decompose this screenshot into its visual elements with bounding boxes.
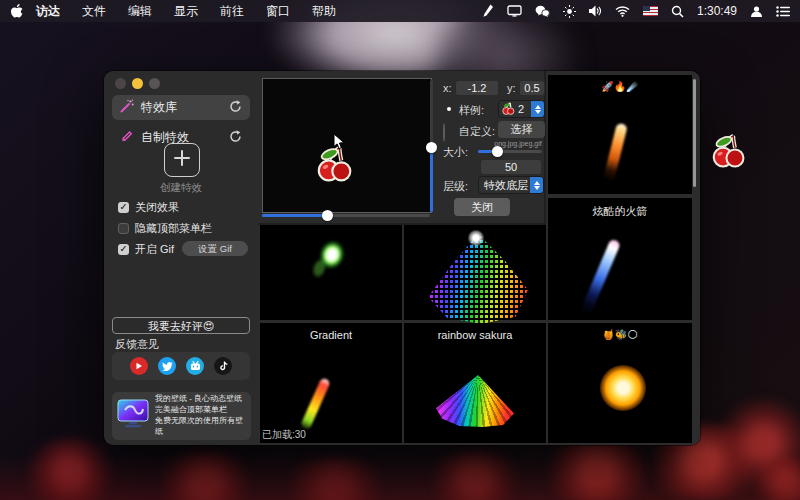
effect-preview-gradient-comet bbox=[300, 377, 331, 430]
social-links bbox=[112, 352, 250, 380]
brightness-icon[interactable] bbox=[563, 5, 576, 18]
tiktok-icon[interactable] bbox=[214, 357, 232, 375]
loaded-count-status: 已加载:30 bbox=[262, 428, 306, 442]
volume-icon[interactable] bbox=[589, 5, 602, 17]
ad-line-1: 我的壁纸 - 良心动态壁纸 bbox=[155, 394, 247, 405]
app-window: 特效库 自制特效 创建特效 关闭效果 隐藏顶部菜单栏 bbox=[104, 71, 700, 445]
menu-finder[interactable]: 访达 bbox=[23, 0, 71, 22]
bilibili-icon[interactable] bbox=[186, 357, 204, 375]
y-label: y: bbox=[507, 82, 516, 94]
refresh-icon[interactable] bbox=[229, 130, 242, 146]
rate-app-button[interactable]: 我要去好评😍 bbox=[112, 317, 250, 334]
menu-bar: 访达 文件 编辑 显示 前往 窗口 帮助 1:30:49 bbox=[0, 0, 800, 22]
effect-title: 🍯🐝🌕 bbox=[548, 329, 692, 340]
menu-edit[interactable]: 编辑 bbox=[117, 0, 163, 22]
gif-settings-button[interactable]: 设置 Gif bbox=[182, 241, 248, 256]
zoom-window-button[interactable] bbox=[149, 78, 160, 89]
desktop-cherry-sprite bbox=[712, 133, 746, 175]
close-effect-button[interactable]: 关闭 bbox=[454, 198, 510, 216]
effect-cell-cool-rocket[interactable]: 炫酷的火箭 bbox=[548, 198, 692, 320]
wallpaper-ad-banner[interactable]: 我的壁纸 - 良心动态壁纸 完美融合顶部菜单栏 免费无限次的使用所有壁纸 bbox=[112, 392, 251, 440]
layer-select[interactable]: 特效底层 bbox=[478, 176, 544, 194]
twitter-icon[interactable] bbox=[158, 357, 176, 375]
display-icon[interactable] bbox=[507, 5, 522, 17]
menu-file[interactable]: 文件 bbox=[71, 0, 117, 22]
checkbox-label: 开启 Gif bbox=[135, 242, 174, 257]
menu-window[interactable]: 窗口 bbox=[255, 0, 301, 22]
checkbox-close-effect[interactable]: 关闭效果 bbox=[118, 201, 179, 214]
sample-select-value: 2 bbox=[518, 103, 524, 115]
search-icon[interactable] bbox=[671, 5, 684, 18]
size-slider-thumb[interactable] bbox=[492, 146, 503, 157]
checkbox-label: 隐藏顶部菜单栏 bbox=[135, 221, 212, 236]
layer-select-value: 特效底层 bbox=[484, 178, 528, 193]
sidebar-item-label: 特效库 bbox=[141, 99, 222, 116]
sidebar: 特效库 自制特效 创建特效 关闭效果 隐藏顶部菜单栏 bbox=[104, 71, 258, 445]
effect-cell-rainbow-sakura[interactable]: rainbow sakura bbox=[404, 323, 546, 443]
effect-title: 炫酷的火箭 bbox=[548, 204, 692, 219]
menu-bar-clock[interactable]: 1:30:49 bbox=[697, 4, 737, 18]
checkbox-enable-gif[interactable]: 开启 Gif bbox=[118, 243, 174, 256]
effect-cell-rocket-fire[interactable]: 🚀🔥☄️ bbox=[548, 75, 692, 194]
wechat-icon[interactable] bbox=[535, 5, 550, 18]
effect-preview-orange-orb bbox=[600, 365, 646, 411]
desktop: 访达 文件 编辑 显示 前往 窗口 帮助 1:30:49 bbox=[0, 0, 800, 500]
effect-title: rainbow sakura bbox=[404, 329, 546, 341]
wifi-icon[interactable] bbox=[615, 6, 630, 17]
refresh-icon[interactable] bbox=[229, 100, 242, 116]
stepper-icon[interactable] bbox=[531, 101, 544, 117]
effect-preview-blue-comet bbox=[580, 238, 621, 316]
create-effect-button[interactable] bbox=[164, 143, 200, 177]
window-controls bbox=[115, 78, 160, 89]
pencil-icon bbox=[120, 129, 134, 146]
effect-preview-canvas[interactable] bbox=[262, 78, 432, 213]
youtube-icon[interactable] bbox=[130, 357, 148, 375]
effect-preview-orange-comet bbox=[603, 123, 628, 182]
stepper-icon[interactable] bbox=[530, 177, 543, 193]
minimize-window-button[interactable] bbox=[132, 78, 143, 89]
y-position-slider-thumb[interactable] bbox=[426, 142, 437, 153]
checkbox-icon[interactable] bbox=[118, 223, 129, 234]
y-position-slider-fill bbox=[430, 148, 433, 212]
x-position-slider-thumb[interactable] bbox=[322, 210, 333, 221]
cursor-icon bbox=[333, 133, 345, 154]
menu-help[interactable]: 帮助 bbox=[301, 0, 347, 22]
checkbox-icon[interactable] bbox=[118, 244, 129, 255]
pen-icon[interactable] bbox=[482, 4, 494, 18]
effects-grid: 🚀🔥☄️ 炫酷的火箭 Gradient rainbow bbox=[258, 71, 700, 445]
create-effect-label: 创建特效 bbox=[104, 181, 258, 195]
grid-scrollbar[interactable] bbox=[693, 79, 696, 187]
size-input[interactable] bbox=[480, 159, 542, 175]
us-flag-icon[interactable] bbox=[643, 6, 658, 16]
checkbox-hide-menubar[interactable]: 隐藏顶部菜单栏 bbox=[118, 222, 212, 235]
sidebar-item-effect-library[interactable]: 特效库 bbox=[112, 95, 250, 120]
magic-wand-icon bbox=[120, 99, 134, 116]
effect-title: 🚀🔥☄️ bbox=[548, 81, 692, 92]
effect-control-panel: x: y: 样例: 2 自定义: 选择 png,jpg,jpeg,gif 大小: bbox=[258, 71, 546, 225]
menu-view[interactable]: 显示 bbox=[163, 0, 209, 22]
y-input[interactable] bbox=[519, 80, 545, 96]
effect-cell-honey-orb[interactable]: 🍯🐝🌕 bbox=[548, 323, 692, 443]
custom-label: 自定义: bbox=[459, 124, 495, 139]
checkbox-label: 关闭效果 bbox=[135, 200, 179, 215]
user-icon[interactable] bbox=[750, 5, 763, 18]
effect-cell-gradient[interactable]: Gradient bbox=[260, 323, 402, 443]
feedback-label: 反馈意见 bbox=[115, 337, 159, 352]
custom-radio[interactable] bbox=[443, 123, 445, 142]
apple-menu[interactable] bbox=[10, 4, 23, 19]
effect-preview-core bbox=[468, 230, 484, 246]
choose-file-button[interactable]: 选择 bbox=[498, 121, 545, 138]
effect-title: Gradient bbox=[260, 329, 402, 341]
sample-select[interactable]: 2 bbox=[498, 100, 545, 118]
menu-go[interactable]: 前往 bbox=[209, 0, 255, 22]
effect-preview-green-comet bbox=[304, 234, 352, 287]
checkbox-icon[interactable] bbox=[118, 202, 129, 213]
plus-icon bbox=[173, 149, 191, 171]
effect-preview-rainbow-particles bbox=[424, 234, 528, 324]
list-icon[interactable] bbox=[776, 6, 790, 17]
ad-line-2: 完美融合顶部菜单栏 bbox=[155, 405, 247, 416]
x-input[interactable] bbox=[455, 80, 499, 96]
close-window-button[interactable] bbox=[115, 78, 126, 89]
size-label: 大小: bbox=[443, 145, 468, 160]
wallpaper-glow bbox=[0, 454, 800, 500]
